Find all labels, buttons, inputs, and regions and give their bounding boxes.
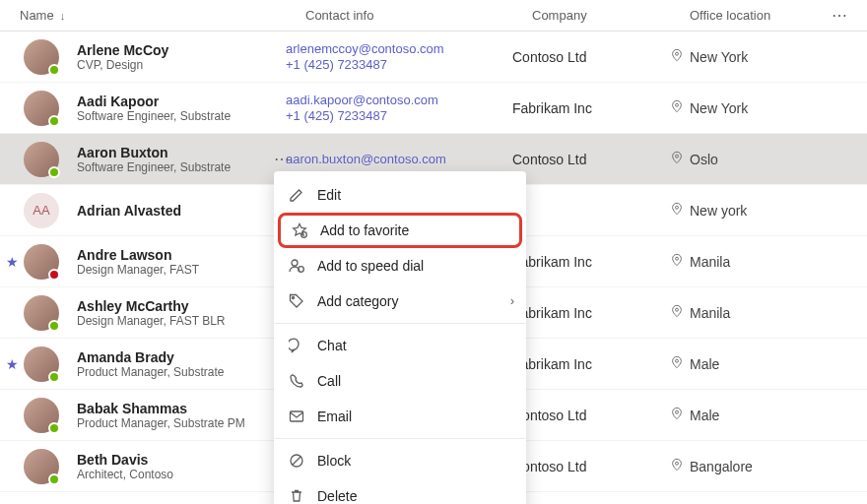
menu-separator [274, 438, 526, 439]
svg-point-10 [292, 260, 298, 266]
presence-indicator [48, 422, 60, 434]
location-pin-icon [670, 48, 684, 65]
svg-point-3 [676, 206, 679, 209]
office-location: Male [690, 408, 719, 423]
column-company[interactable]: Company [532, 8, 690, 23]
presence-indicator [48, 166, 60, 178]
svg-point-7 [676, 410, 679, 413]
mail-icon [288, 408, 305, 425]
favorite-star-icon: ★ [6, 356, 19, 372]
trash-icon [288, 487, 305, 504]
office-location: Manila [690, 254, 730, 270]
person-name: Beth Davis [77, 452, 173, 468]
presence-indicator [48, 473, 60, 485]
presence-indicator [48, 115, 60, 127]
phone-icon [288, 372, 305, 390]
menu-edit[interactable]: Edit [274, 177, 526, 213]
menu-call[interactable]: Call [274, 363, 526, 399]
location-pin-icon [670, 202, 684, 219]
presence-indicator [48, 269, 60, 281]
table-header: Name ↓ Contact info Company Office locat… [0, 0, 867, 32]
person-name: Ashley McCarthy [77, 298, 226, 314]
menu-chat[interactable]: Chat [274, 328, 526, 363]
menu-add-category[interactable]: Add category › [274, 284, 526, 319]
svg-point-0 [676, 52, 679, 55]
office-location: Oslo [690, 152, 718, 167]
table-row[interactable]: Aadi Kapoor Software Engineer, Substrate… [0, 83, 867, 134]
person-title: Architect, Contoso [77, 468, 173, 481]
svg-point-2 [676, 155, 679, 158]
company-cell: Fabrikam Inc [512, 305, 670, 321]
favorite-star-icon: ★ [6, 254, 19, 270]
svg-point-6 [676, 359, 679, 362]
email-link[interactable]: arlenemccoy@contoso.com [286, 41, 512, 57]
person-title: Design Manager, FAST [77, 263, 199, 277]
person-name: Arlene McCoy [77, 42, 168, 58]
person-name: Amanda Brady [77, 349, 224, 365]
menu-block[interactable]: Block [274, 443, 526, 478]
company-cell: Fabrikam Inc [512, 254, 670, 270]
email-link[interactable]: aadi.kapoor@contoso.com [286, 93, 512, 108]
tag-icon [288, 292, 305, 310]
menu-speed-dial[interactable]: Add to speed dial [274, 248, 526, 284]
company-cell: Contoso Ltd [512, 152, 670, 167]
person-name: Aaron Buxton [77, 145, 231, 160]
svg-rect-13 [291, 411, 303, 421]
menu-add-favorite[interactable]: Add to favorite [278, 213, 522, 248]
presence-indicator [48, 64, 60, 76]
svg-point-8 [676, 462, 679, 465]
avatar: AA [24, 193, 59, 228]
person-name: Babak Shammas [77, 401, 245, 416]
office-location: New York [690, 100, 748, 116]
column-contact[interactable]: Contact info [305, 8, 532, 23]
header-more-icon[interactable]: ⋯ [818, 6, 847, 25]
presence-indicator [48, 371, 60, 383]
office-location: Male [690, 356, 719, 372]
company-cell: Contoso Ltd [512, 408, 670, 423]
person-title: Product Manager, Substrate PM [77, 416, 245, 430]
context-menu: Edit Add to favorite Add to speed dial A… [274, 171, 526, 504]
chat-icon [288, 337, 305, 354]
menu-email[interactable]: Email [274, 399, 526, 434]
location-pin-icon [670, 253, 684, 270]
phone-link[interactable]: +1 (425) 7233487 [286, 108, 512, 124]
location-pin-icon [670, 99, 684, 116]
company-cell: Contoso Ltd [512, 459, 670, 474]
svg-point-5 [676, 308, 679, 311]
email-link[interactable]: aaron.buxton@contoso.com [286, 152, 512, 167]
company-cell: Contoso Ltd [512, 49, 670, 65]
location-pin-icon [670, 151, 684, 167]
column-office[interactable]: Office location [690, 8, 818, 23]
chevron-right-icon: › [510, 294, 514, 308]
office-location: New York [690, 49, 748, 65]
company-cell: Fabrikam Inc [512, 100, 670, 116]
location-pin-icon [670, 304, 684, 321]
person-title: Software Engineer, Substrate [77, 160, 231, 174]
person-add-icon [288, 257, 305, 275]
location-pin-icon [670, 407, 684, 423]
office-location: New york [690, 203, 747, 219]
office-location: Manila [690, 305, 730, 321]
person-name: Adrian Alvasted [77, 203, 181, 219]
sort-down-icon: ↓ [60, 10, 66, 22]
table-row[interactable]: Arlene McCoy CVP, Design arlenemccoy@con… [0, 32, 867, 83]
menu-delete[interactable]: Delete [274, 478, 526, 504]
person-title: CVP, Design [77, 58, 168, 72]
presence-indicator [48, 320, 60, 332]
svg-point-12 [293, 297, 295, 299]
person-name: Aadi Kapoor [77, 94, 231, 109]
person-title: Product Manager, Substrate [77, 365, 224, 379]
star-add-icon [291, 221, 308, 239]
svg-point-4 [676, 257, 679, 260]
column-name-label: Name [20, 8, 54, 23]
office-location: Bangalore [690, 459, 753, 474]
menu-separator [274, 323, 526, 324]
location-pin-icon [670, 458, 684, 474]
person-title: Design Manager, FAST BLR [77, 314, 226, 328]
person-name: Andre Lawson [77, 247, 199, 263]
phone-link[interactable]: +1 (425) 7233487 [286, 57, 512, 73]
row-more-icon[interactable]: ⋯ [274, 150, 290, 168]
svg-point-1 [676, 103, 679, 106]
column-name[interactable]: Name ↓ [20, 8, 305, 23]
pencil-icon [288, 186, 305, 204]
